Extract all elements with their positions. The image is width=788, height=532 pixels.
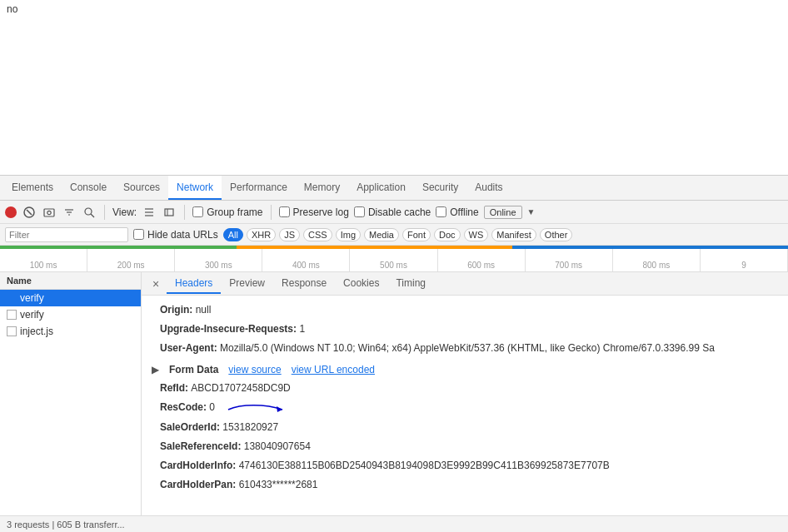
- tab-memory[interactable]: Memory: [296, 176, 348, 200]
- throttle-dropdown-arrow[interactable]: ▼: [527, 207, 536, 216]
- browser-text: no: [7, 3, 17, 15]
- saleorderid-key: SaleOrderId:: [160, 421, 222, 433]
- file-checkbox-1: [7, 310, 17, 320]
- details-tab-cookies[interactable]: Cookies: [335, 274, 387, 294]
- filter-img[interactable]: Img: [336, 228, 361, 241]
- record-button[interactable]: [5, 206, 17, 218]
- tab-sources[interactable]: Sources: [115, 176, 168, 200]
- filter-types: All XHR JS CSS Img Media Font Doc WS Man…: [223, 228, 573, 241]
- filter-doc[interactable]: Doc: [434, 228, 461, 241]
- upgrade-key: Upgrade-Insecure-Requests:: [160, 323, 297, 335]
- status-bar: 3 requests | 605 B transferr...: [0, 515, 788, 532]
- list-view-button[interactable]: [142, 205, 157, 220]
- clear-button[interactable]: [22, 205, 37, 220]
- timeline-bar-orange: [237, 246, 512, 249]
- preserve-log-checkbox-label[interactable]: Preserve log: [279, 206, 349, 218]
- origin-row: Origin: null: [152, 301, 778, 320]
- form-data-toggle[interactable]: ▶: [152, 364, 159, 375]
- useragent-value: Mozilla/5.0 (Windows NT 10.0; Win64; x64…: [220, 342, 715, 354]
- file-item-1[interactable]: verify: [0, 306, 141, 323]
- screenshot-button[interactable]: [42, 205, 57, 220]
- details-tab-headers[interactable]: Headers: [167, 274, 221, 294]
- svg-point-3: [47, 211, 51, 214]
- filter-font[interactable]: Font: [402, 228, 431, 241]
- useragent-row: User-Agent: Mozilla/5.0 (Windows NT 10.0…: [152, 339, 778, 358]
- group-frame-checkbox-label[interactable]: Group frame: [192, 206, 262, 218]
- cardholderpan-value: 610433******2681: [239, 479, 318, 490]
- tab-audits[interactable]: Audits: [466, 176, 511, 200]
- filter-other[interactable]: Other: [540, 228, 573, 241]
- cardholderinfo-value: 4746130E388115B06BD2540943B8194098D3E999…: [239, 460, 610, 471]
- file-checkbox-2: [7, 326, 17, 336]
- hide-data-urls-label[interactable]: Hide data URLs: [133, 229, 218, 241]
- filter-media[interactable]: Media: [364, 228, 399, 241]
- filter-xhr[interactable]: XHR: [247, 228, 276, 241]
- hide-data-urls-checkbox[interactable]: [133, 229, 144, 240]
- request-details: × Headers Preview Response Cookies Timin…: [142, 272, 788, 515]
- filter-button[interactable]: [62, 205, 77, 220]
- tab-console[interactable]: Console: [62, 176, 115, 200]
- filter-css[interactable]: CSS: [303, 228, 332, 241]
- filter-bar: Hide data URLs All XHR JS CSS Img Media …: [0, 224, 788, 246]
- timeline-col-9: 9: [701, 246, 788, 271]
- cardholderpan-row: CardHolderPan: 610433******2681: [152, 475, 778, 495]
- filter-ws[interactable]: WS: [464, 228, 489, 241]
- timeline-bars: [0, 246, 788, 249]
- refid-key: RefId:: [160, 382, 191, 394]
- timeline-bar-blue: [512, 246, 788, 249]
- browser-content: no: [0, 0, 788, 175]
- salereferenceid-key: SaleReferenceId:: [160, 440, 244, 452]
- filter-all[interactable]: All: [223, 228, 243, 241]
- origin-key: Origin:: [160, 304, 192, 316]
- filter-js[interactable]: JS: [279, 228, 300, 241]
- rescode-key: ResCode:: [160, 401, 209, 413]
- tab-performance[interactable]: Performance: [222, 176, 296, 200]
- svg-rect-2: [44, 209, 54, 216]
- cardholderpan-key: CardHolderPan:: [160, 479, 239, 490]
- tab-network[interactable]: Network: [168, 176, 222, 200]
- useragent-key: User-Agent:: [160, 342, 217, 354]
- offline-checkbox[interactable]: [436, 206, 446, 217]
- details-tab-timing[interactable]: Timing: [387, 274, 434, 294]
- disable-cache-checkbox[interactable]: [354, 206, 365, 217]
- view-source-link[interactable]: view source: [228, 364, 281, 375]
- disable-cache-checkbox-label[interactable]: Disable cache: [354, 206, 431, 218]
- devtools-toolbar: View: Group frame Preserve log: [0, 201, 788, 224]
- svg-point-7: [85, 208, 92, 215]
- filter-input[interactable]: [5, 227, 128, 242]
- tab-application[interactable]: Application: [348, 176, 414, 200]
- tab-elements[interactable]: Elements: [3, 176, 62, 200]
- svg-line-8: [91, 214, 94, 217]
- close-panel-button[interactable]: ×: [148, 276, 163, 291]
- timeline-col-8: 800 ms: [613, 246, 701, 271]
- group-frame-checkbox[interactable]: [192, 206, 203, 217]
- rescode-row: ResCode: 0: [152, 398, 778, 418]
- timeline-col-7: 700 ms: [526, 246, 613, 271]
- main-content: Name verify verify inject.js × Headers P…: [0, 272, 788, 515]
- waterfall-view-button[interactable]: [162, 205, 177, 220]
- status-text: 3 requests | 605 B transferr...: [7, 520, 125, 530]
- cardholderinfo-key: CardHolderInfo:: [160, 460, 239, 471]
- saleorderid-row: SaleOrderId: 1531820927: [152, 418, 778, 437]
- tab-security[interactable]: Security: [414, 176, 466, 200]
- form-data-header: ▶ Form Data view source view URL encoded: [152, 364, 778, 375]
- rescode-value: 0: [209, 401, 215, 413]
- file-checkbox-0: [7, 293, 17, 303]
- details-tab-preview[interactable]: Preview: [221, 274, 273, 294]
- preserve-log-checkbox[interactable]: [279, 206, 290, 217]
- file-item-0[interactable]: verify: [0, 290, 141, 306]
- search-button[interactable]: [82, 205, 97, 220]
- file-item-2[interactable]: inject.js: [0, 323, 141, 340]
- timeline-col-1: 100 ms: [0, 246, 87, 271]
- svg-rect-12: [165, 209, 173, 216]
- timeline-col-5: 500 ms: [350, 246, 437, 271]
- timeline-bar-green: [0, 246, 237, 249]
- upgrade-value: 1: [299, 323, 305, 335]
- filter-manifest[interactable]: Manifest: [491, 228, 536, 241]
- details-tab-response[interactable]: Response: [273, 274, 335, 294]
- offline-checkbox-label[interactable]: Offline: [436, 206, 478, 218]
- separator2: [184, 205, 185, 220]
- cardholderinfo-row: CardHolderInfo: 4746130E388115B06BD25409…: [152, 456, 778, 475]
- online-selector[interactable]: Online: [484, 206, 522, 219]
- view-url-encoded-link[interactable]: view URL encoded: [292, 364, 375, 375]
